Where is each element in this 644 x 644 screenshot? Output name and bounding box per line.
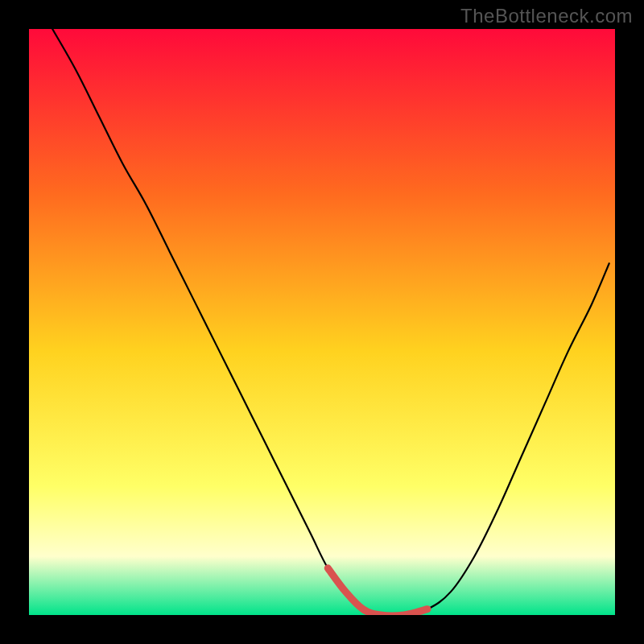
chart-frame: TheBottleneck.com (0, 0, 644, 644)
plot-area (29, 29, 615, 615)
gradient-background (29, 29, 615, 615)
watermark-text: TheBottleneck.com (460, 5, 633, 27)
bottleneck-chart-svg (29, 29, 615, 615)
